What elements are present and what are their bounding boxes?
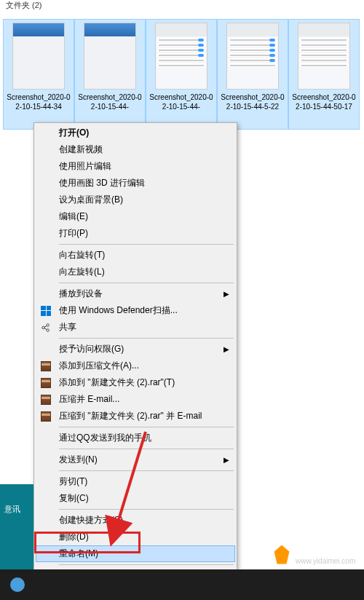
file-list: Screenshot_2020-02-10-15-44-34 Screensho… (0, 13, 364, 130)
menu-item-label: 授予访问权限(G) (59, 343, 124, 355)
file-name: Screenshot_2020-02-10-15-44-34 (5, 92, 72, 111)
menu-cast[interactable]: 播放到设备 ▶ (36, 285, 235, 302)
menu-compress-rar-email[interactable]: 压缩到 "新建文件夹 (2).rar" 并 E-mail (36, 408, 235, 425)
menu-item-label: 压缩并 E-mail... (59, 393, 119, 406)
menu-item-label: 添加到 "新建文件夹 (2).rar"(T) (59, 376, 175, 389)
menu-separator (59, 509, 234, 510)
menu-separator (59, 244, 234, 245)
window-title: 文件夹 (2) (0, 0, 364, 13)
submenu-arrow-icon: ▶ (223, 456, 229, 464)
menu-separator (59, 283, 234, 283)
menu-delete[interactable]: 删除(D) (36, 529, 235, 545)
file-name: Screenshot_2020-02-10-15-44- (148, 92, 215, 111)
menu-compress-email[interactable]: 压缩并 E-mail... (36, 391, 235, 408)
svg-point-2 (10, 577, 25, 592)
rar-icon (40, 360, 52, 372)
menu-item-label: 压缩到 "新建文件夹 (2).rar" 并 E-mail (59, 410, 202, 422)
menu-create-video[interactable]: 创建新视频 (36, 141, 235, 158)
menu-copy[interactable]: 复制(C) (36, 490, 235, 507)
menu-share[interactable]: 共享 (36, 319, 235, 336)
menu-defender[interactable]: 使用 Windows Defender扫描... (36, 302, 235, 319)
menu-grant-access[interactable]: 授予访问权限(G) ▶ (36, 341, 235, 358)
file-item[interactable]: Screenshot_2020-02-10-15-44-50-17 (288, 19, 360, 130)
rar-icon (40, 394, 52, 406)
menu-qq-send[interactable]: 通过QQ发送到我的手机 (36, 430, 235, 446)
share-icon (40, 322, 52, 333)
menu-rotate-left[interactable]: 向左旋转(L) (36, 264, 235, 280)
taskbar (0, 569, 364, 600)
menu-separator (59, 338, 234, 339)
taskbar-app-icon[interactable] (0, 569, 35, 600)
file-item[interactable]: Screenshot_2020-02-10-15-44-5-22 (217, 19, 288, 130)
menu-create-shortcut[interactable]: 创建快捷方式(S) (36, 512, 235, 529)
menu-print[interactable]: 打印(P) (36, 225, 235, 242)
menu-separator (59, 564, 234, 565)
menu-separator (59, 427, 234, 427)
file-item[interactable]: Screenshot_2020-02-10-15-44- (146, 19, 217, 130)
file-thumbnail (12, 23, 65, 90)
rar-icon (40, 411, 52, 422)
menu-separator (59, 449, 234, 449)
menu-item-label: 共享 (59, 321, 76, 333)
menu-edit[interactable]: 编辑(E) (36, 208, 235, 225)
menu-separator (59, 470, 234, 471)
file-item[interactable]: Screenshot_2020-02-10-15-44- (74, 19, 146, 130)
menu-send-to[interactable]: 发送到(N) ▶ (36, 451, 235, 468)
menu-rotate-right[interactable]: 向右旋转(T) (36, 247, 235, 264)
menu-photo-edit[interactable]: 使用照片编辑 (36, 158, 235, 175)
menu-add-archive[interactable]: 添加到压缩文件(A)... (36, 358, 235, 374)
file-thumbnail (298, 23, 350, 90)
file-name: Screenshot_2020-02-10-15-44- (76, 92, 143, 111)
watermark: 纯净系统家园 www.yidaimei.com (272, 544, 357, 565)
menu-open[interactable]: 打开(O) (36, 125, 235, 141)
watermark-text: 纯净系统家园 (296, 544, 357, 557)
desktop-text: 意讯 (4, 504, 20, 515)
menu-paint3d[interactable]: 使用画图 3D 进行编辑 (36, 175, 235, 192)
submenu-arrow-icon: ▶ (223, 290, 229, 298)
context-menu: 打开(O) 创建新视频 使用照片编辑 使用画图 3D 进行编辑 设为桌面背景(B… (33, 122, 237, 586)
menu-item-label: 播放到设备 (59, 288, 103, 300)
menu-wallpaper[interactable]: 设为桌面背景(B) (36, 192, 235, 208)
menu-item-label: 发送到(N) (59, 454, 98, 466)
menu-item-label: 使用 Windows Defender扫描... (59, 304, 178, 317)
file-name: Screenshot_2020-02-10-15-44-5-22 (219, 92, 286, 111)
file-item[interactable]: Screenshot_2020-02-10-15-44-34 (3, 19, 74, 130)
file-thumbnail (155, 23, 207, 90)
defender-icon (40, 305, 52, 317)
menu-item-label: 添加到压缩文件(A)... (59, 360, 139, 372)
submenu-arrow-icon: ▶ (223, 345, 229, 353)
file-name: Screenshot_2020-02-10-15-44-50-17 (290, 92, 357, 111)
menu-rename[interactable]: 重命名(M) (36, 545, 235, 562)
menu-add-to-rar[interactable]: 添加到 "新建文件夹 (2).rar"(T) (36, 374, 235, 391)
menu-cut[interactable]: 剪切(T) (36, 473, 235, 490)
file-thumbnail (226, 23, 279, 90)
file-thumbnail (84, 23, 136, 90)
watermark-logo-icon (272, 545, 291, 564)
watermark-url: www.yidaimei.com (296, 557, 357, 565)
rar-icon (40, 377, 52, 389)
